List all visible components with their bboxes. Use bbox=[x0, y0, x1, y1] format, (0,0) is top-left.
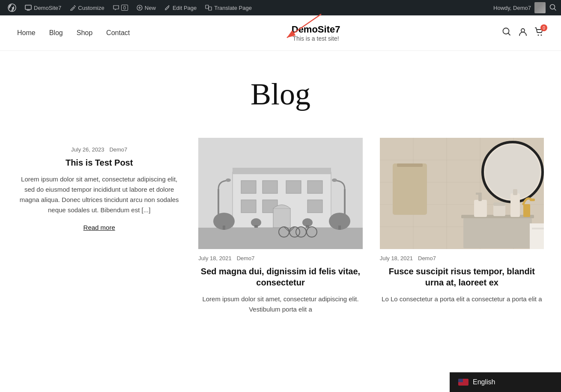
nav-blog[interactable]: Blog bbox=[49, 29, 63, 37]
admin-bar-items: DemoSite7 Customize 0 New Edit Page Tran… bbox=[3, 0, 493, 15]
svg-rect-36 bbox=[338, 226, 341, 230]
svg-rect-66 bbox=[532, 228, 544, 229]
svg-point-24 bbox=[226, 178, 231, 182]
new-label: New bbox=[145, 5, 156, 11]
post-3-excerpt: Lo Lo consectetur a porta elit a consect… bbox=[380, 294, 544, 304]
svg-point-51 bbox=[485, 145, 540, 199]
post-1-meta: July 26, 2023 Demo7 bbox=[71, 146, 127, 153]
svg-rect-16 bbox=[263, 181, 278, 193]
new-icon bbox=[137, 5, 143, 11]
comments-icon bbox=[113, 5, 119, 11]
svg-rect-64 bbox=[530, 199, 535, 201]
svg-point-8 bbox=[521, 29, 525, 32]
bathroom-svg bbox=[380, 138, 544, 249]
svg-rect-38 bbox=[254, 225, 258, 228]
admin-new[interactable]: New bbox=[132, 0, 160, 15]
admin-edit-page[interactable]: Edit Page bbox=[160, 0, 201, 15]
admin-avatar[interactable] bbox=[534, 2, 546, 13]
svg-rect-21 bbox=[307, 200, 322, 213]
post-2-image bbox=[198, 138, 362, 249]
post-1-read-more[interactable]: Read more bbox=[84, 224, 115, 231]
site-icon bbox=[25, 4, 32, 11]
blog-page-title: Blog bbox=[9, 77, 552, 112]
blog-post-3: July 18, 2021 Demo7 Fusce suscipit risus… bbox=[371, 129, 552, 323]
svg-rect-55 bbox=[463, 218, 532, 248]
blog-grid: July 26, 2023 Demo7 This is Test Post Lo… bbox=[0, 129, 561, 323]
svg-rect-61 bbox=[510, 193, 520, 217]
svg-rect-14 bbox=[233, 168, 331, 174]
site-title-wrap: DemoSite7 This is a test site! bbox=[292, 24, 340, 42]
svg-rect-12 bbox=[198, 228, 362, 249]
comments-count: 0 bbox=[121, 5, 128, 11]
svg-rect-15 bbox=[241, 181, 256, 193]
admin-customize[interactable]: Customize bbox=[66, 0, 108, 15]
svg-rect-1 bbox=[25, 5, 31, 9]
header-icons: 0 bbox=[502, 27, 544, 39]
post-1-title: This is Test Post bbox=[66, 157, 133, 168]
post-2-meta: July 18, 2021 Demo7 bbox=[198, 255, 362, 261]
main-nav: Home Blog Shop Contact bbox=[17, 29, 130, 37]
search-icon[interactable] bbox=[502, 27, 511, 39]
svg-rect-19 bbox=[241, 200, 256, 213]
svg-rect-4 bbox=[209, 7, 212, 10]
post-3-title: Fusce suscipit risus tempor, blandit urn… bbox=[380, 266, 544, 288]
cart-icon[interactable]: 0 bbox=[534, 27, 544, 39]
post-3-meta: July 18, 2021 Demo7 bbox=[380, 255, 544, 261]
blog-post-1: July 26, 2023 Demo7 This is Test Post Lo… bbox=[9, 129, 190, 323]
svg-rect-62 bbox=[513, 189, 517, 195]
svg-rect-34 bbox=[223, 226, 225, 230]
svg-rect-40 bbox=[306, 225, 309, 228]
wordpress-icon bbox=[8, 3, 16, 12]
admin-site-name-label: DemoSite7 bbox=[34, 5, 61, 11]
account-icon[interactable] bbox=[518, 27, 528, 39]
edit-icon bbox=[164, 5, 170, 11]
nav-home[interactable]: Home bbox=[17, 29, 36, 37]
post-3-image bbox=[380, 138, 544, 249]
admin-comments[interactable]: 0 bbox=[109, 0, 132, 15]
howdy-label: Howdy, Demo7 bbox=[493, 5, 531, 11]
post-1-excerpt: Lorem ipsum dolor sit amet, consectetur … bbox=[17, 174, 181, 215]
post-2-date: July 18, 2021 bbox=[198, 255, 231, 261]
cart-count: 0 bbox=[540, 24, 547, 31]
svg-point-26 bbox=[332, 178, 337, 182]
svg-rect-22 bbox=[273, 208, 290, 228]
svg-rect-3 bbox=[206, 5, 209, 9]
site-tagline: This is a test site! bbox=[292, 35, 340, 42]
post-3-author: Demo7 bbox=[418, 255, 436, 261]
svg-rect-17 bbox=[286, 181, 301, 193]
admin-search-icon[interactable] bbox=[549, 3, 558, 12]
svg-rect-56 bbox=[474, 200, 487, 217]
svg-rect-65 bbox=[530, 223, 544, 249]
post-2-title: Sed magna dui, dignissim id felis vitae,… bbox=[198, 266, 362, 288]
svg-rect-18 bbox=[307, 181, 322, 193]
nav-contact[interactable]: Contact bbox=[106, 29, 130, 37]
svg-point-10 bbox=[540, 35, 542, 36]
post-3-date: July 18, 2021 bbox=[380, 255, 413, 261]
customize-label: Customize bbox=[78, 5, 104, 11]
svg-point-9 bbox=[537, 35, 539, 36]
svg-rect-53 bbox=[397, 163, 423, 167]
edit-page-label: Edit Page bbox=[173, 5, 197, 11]
post-1-date: July 26, 2023 bbox=[71, 146, 104, 153]
svg-rect-63 bbox=[523, 204, 530, 217]
admin-bar: DemoSite7 Customize 0 New Edit Page Tran… bbox=[0, 0, 561, 15]
admin-site-name[interactable]: DemoSite7 bbox=[21, 0, 66, 15]
admin-translate-page[interactable]: Translate Page bbox=[201, 0, 256, 15]
svg-rect-59 bbox=[493, 204, 505, 216]
post-2-excerpt: Lorem ipsum dolor sit amet, consectetur … bbox=[198, 294, 362, 315]
site-header: Home Blog Shop Contact DemoSite7 This is… bbox=[0, 15, 561, 51]
svg-rect-58 bbox=[476, 193, 482, 195]
post-1-author: Demo7 bbox=[109, 146, 127, 153]
svg-rect-52 bbox=[393, 163, 427, 215]
blog-title-section: Blog bbox=[0, 51, 561, 129]
customize-icon bbox=[70, 5, 76, 11]
building-svg bbox=[198, 138, 362, 249]
nav-shop[interactable]: Shop bbox=[77, 29, 93, 37]
svg-rect-60 bbox=[493, 202, 505, 206]
admin-bar-right: Howdy, Demo7 bbox=[493, 2, 558, 13]
wp-logo-item[interactable] bbox=[3, 0, 21, 15]
translate-page-label: Translate Page bbox=[214, 5, 252, 11]
site-title: DemoSite7 bbox=[292, 24, 340, 35]
translate-icon bbox=[205, 5, 212, 11]
blog-post-2: July 18, 2021 Demo7 Sed magna dui, digni… bbox=[190, 129, 371, 323]
